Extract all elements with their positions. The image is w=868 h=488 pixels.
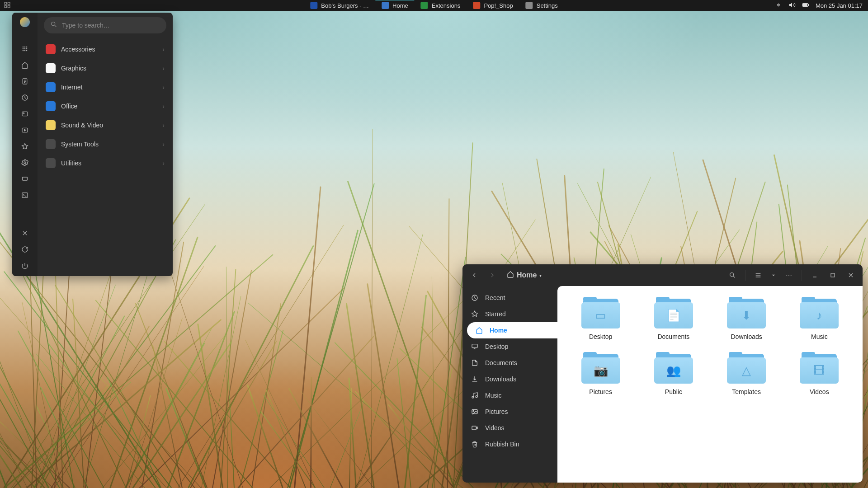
- task-button[interactable]: Home: [375, 0, 415, 11]
- view-list-button[interactable]: [751, 268, 765, 282]
- sidebar-item-recent[interactable]: Recent: [462, 290, 557, 306]
- svg-rect-19: [22, 193, 28, 198]
- pictures-icon[interactable]: [19, 110, 31, 117]
- folder-item[interactable]: 👥Public: [639, 354, 708, 395]
- task-label: Extensions: [432, 2, 461, 9]
- category-item[interactable]: Accessories›: [44, 42, 166, 57]
- apps-icon[interactable]: [19, 45, 31, 52]
- clock-icon: [471, 294, 479, 301]
- category-label: Accessories: [61, 46, 95, 53]
- task-button[interactable]: Settings: [519, 0, 564, 11]
- music-icon: [471, 392, 479, 399]
- app-icon: [310, 2, 317, 9]
- launcher-search[interactable]: [44, 17, 166, 33]
- chevron-right-icon: ›: [162, 160, 165, 167]
- category-icon: [46, 139, 56, 149]
- settings-icon[interactable]: [19, 159, 31, 166]
- nav-forward-button[interactable]: [485, 268, 500, 282]
- sidebar-item-home[interactable]: Home: [467, 322, 557, 338]
- terminal-icon[interactable]: [19, 192, 31, 199]
- battery-icon[interactable]: [802, 1, 809, 10]
- category-label: Utilities: [61, 160, 81, 167]
- folder-icon: 👥: [654, 354, 693, 384]
- power-icon[interactable]: [19, 262, 31, 269]
- minimize-button[interactable]: [807, 268, 822, 282]
- folder-label: Videos: [810, 388, 829, 395]
- svg-point-3: [23, 47, 24, 48]
- svg-point-6: [23, 48, 24, 50]
- folder-item[interactable]: 📄Documents: [639, 299, 708, 340]
- sidebar-item-desktop[interactable]: Desktop: [462, 338, 557, 355]
- category-label: Sound & Video: [61, 122, 103, 129]
- sidebar-item-documents[interactable]: Documents: [462, 355, 557, 371]
- svg-rect-2: [803, 4, 807, 6]
- svg-point-23: [788, 275, 789, 276]
- task-button[interactable]: Bob's Burgers - …: [304, 0, 375, 11]
- volume-icon[interactable]: [788, 1, 796, 10]
- svg-point-11: [26, 50, 28, 52]
- hamburger-menu-button[interactable]: [782, 268, 796, 282]
- folder-item[interactable]: 🎞Videos: [785, 354, 854, 395]
- category-list: Accessories›Graphics›Internet›Office›Sou…: [44, 42, 166, 171]
- svg-point-28: [472, 396, 474, 398]
- svg-point-20: [52, 22, 55, 26]
- category-label: Office: [61, 103, 77, 110]
- close-button[interactable]: [844, 268, 858, 282]
- sidebar-item-rubbish-bin[interactable]: Rubbish Bin: [462, 436, 557, 452]
- app-icon: [382, 2, 389, 9]
- panel-clock[interactable]: Mon 25 Jan 01:17: [816, 2, 863, 9]
- distro-logo[interactable]: [19, 17, 31, 27]
- restart-icon[interactable]: [19, 246, 31, 253]
- clock-icon[interactable]: [19, 94, 31, 101]
- sidebar-item-label: Pictures: [485, 408, 508, 415]
- sidebar-item-starred[interactable]: Starred: [462, 306, 557, 322]
- chevron-right-icon: ›: [162, 84, 165, 91]
- nav-back-button[interactable]: [467, 268, 481, 282]
- path-bar[interactable]: Home ▾: [503, 268, 545, 282]
- svg-point-8: [26, 48, 28, 50]
- sidebar-item-label: Documents: [485, 359, 517, 366]
- folder-item[interactable]: △Templates: [712, 354, 781, 395]
- activities-icon[interactable]: [4, 1, 11, 10]
- sidebar-item-pictures[interactable]: Pictures: [462, 404, 557, 420]
- favorites-icon[interactable]: [19, 143, 31, 150]
- sidebar-item-label: Starred: [485, 310, 506, 318]
- desktop-icon: [471, 343, 479, 350]
- close-icon[interactable]: [19, 230, 31, 237]
- task-label: Home: [392, 2, 408, 9]
- category-icon: [46, 101, 56, 111]
- home-icon[interactable]: [19, 61, 31, 69]
- file-manager-sidebar: RecentStarredHomeDesktopDocumentsDownloa…: [462, 286, 557, 483]
- devices-icon[interactable]: [19, 175, 31, 183]
- svg-rect-27: [472, 344, 477, 348]
- category-item[interactable]: Utilities›: [44, 155, 166, 171]
- top-panel: Bob's Burgers - …HomeExtensionsPop!_Shop…: [0, 0, 868, 11]
- task-button[interactable]: Pop!_Shop: [467, 0, 519, 11]
- folder-label: Pictures: [589, 388, 612, 395]
- network-icon[interactable]: [775, 1, 782, 10]
- category-item[interactable]: Sound & Video›: [44, 117, 166, 133]
- task-label: Pop!_Shop: [484, 2, 513, 9]
- view-options-button[interactable]: [769, 268, 778, 282]
- search-input[interactable]: [62, 22, 160, 29]
- documents-icon[interactable]: [19, 78, 31, 85]
- sidebar-item-videos[interactable]: Videos: [462, 420, 557, 436]
- category-item[interactable]: Graphics›: [44, 61, 166, 76]
- file-manager-content[interactable]: ▭Desktop📄Documents⬇Downloads♪Music📷Pictu…: [557, 286, 863, 483]
- search-button[interactable]: [725, 268, 740, 282]
- folder-item[interactable]: ⬇Downloads: [712, 299, 781, 340]
- folder-icon: ▭: [581, 299, 620, 328]
- sidebar-item-downloads[interactable]: Downloads: [462, 371, 557, 387]
- maximize-button[interactable]: [826, 268, 840, 282]
- sidebar-item-music[interactable]: Music: [462, 387, 557, 404]
- svg-point-17: [24, 162, 26, 164]
- folder-item[interactable]: ▭Desktop: [566, 299, 635, 340]
- category-item[interactable]: Office›: [44, 99, 166, 114]
- task-button[interactable]: Extensions: [415, 0, 467, 11]
- category-item[interactable]: System Tools›: [44, 136, 166, 152]
- folder-item[interactable]: ♪Music: [785, 299, 854, 340]
- videos-icon[interactable]: [19, 127, 31, 134]
- folder-item[interactable]: 📷Pictures: [566, 354, 635, 395]
- category-label: Internet: [61, 84, 82, 91]
- category-item[interactable]: Internet›: [44, 80, 166, 95]
